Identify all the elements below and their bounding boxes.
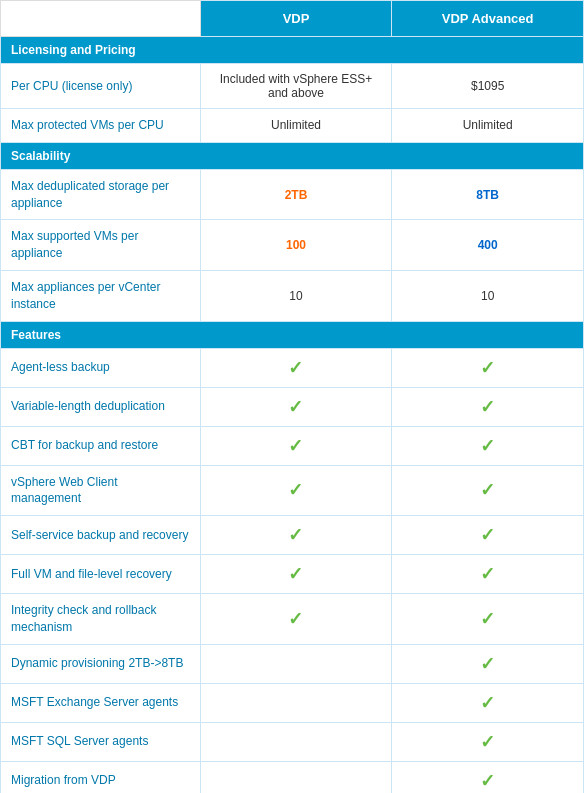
table-row: MSFT Exchange Server agents✓ <box>1 683 584 722</box>
feature-label: Integrity check and rollback mechanism <box>1 594 201 645</box>
feature-label: Max deduplicated storage per appliance <box>1 169 201 220</box>
vdp-cell: Unlimited <box>200 109 392 143</box>
feature-label: MSFT Exchange Server agents <box>1 683 201 722</box>
table-row: Per CPU (license only)Included with vSph… <box>1 64 584 109</box>
table-row: Max supported VMs per appliance100400 <box>1 220 584 271</box>
vdp-cell: ✓ <box>200 348 392 387</box>
checkmark-icon: ✓ <box>480 358 495 378</box>
table-row: Agent-less backup✓✓ <box>1 348 584 387</box>
vdp-cell: ✓ <box>200 594 392 645</box>
vdp-cell <box>200 644 392 683</box>
table-row: vSphere Web Client management✓✓ <box>1 465 584 516</box>
checkmark-icon: ✓ <box>288 564 303 584</box>
checkmark-icon: ✓ <box>288 436 303 456</box>
section-header-0: Licensing and Pricing <box>1 37 584 64</box>
feature-label: vSphere Web Client management <box>1 465 201 516</box>
value-text: 100 <box>286 238 306 252</box>
feature-label: Variable-length deduplication <box>1 387 201 426</box>
table-row: Integrity check and rollback mechanism✓✓ <box>1 594 584 645</box>
feature-label: Max appliances per vCenter instance <box>1 270 201 321</box>
feature-label: Dynamic provisioning 2TB->8TB <box>1 644 201 683</box>
vdp-adv-cell: 8TB <box>392 169 584 220</box>
vdp-adv-cell: ✓ <box>392 555 584 594</box>
feature-label: Full VM and file-level recovery <box>1 555 201 594</box>
checkmark-icon: ✓ <box>480 693 495 713</box>
table-row: Variable-length deduplication✓✓ <box>1 387 584 426</box>
feature-label: Self-service backup and recovery <box>1 516 201 555</box>
checkmark-icon: ✓ <box>480 609 495 629</box>
table-row: Max appliances per vCenter instance1010 <box>1 270 584 321</box>
vdp-adv-cell: ✓ <box>392 722 584 761</box>
header-vdp: VDP <box>200 1 392 37</box>
checkmark-icon: ✓ <box>480 436 495 456</box>
vdp-adv-cell: ✓ <box>392 594 584 645</box>
vdp-adv-cell: ✓ <box>392 465 584 516</box>
vdp-adv-cell: $1095 <box>392 64 584 109</box>
value-text: 400 <box>478 238 498 252</box>
vdp-cell: 2TB <box>200 169 392 220</box>
vdp-adv-cell: ✓ <box>392 348 584 387</box>
value-text: 8TB <box>476 188 499 202</box>
section-title-1: Scalability <box>1 142 584 169</box>
feature-label: Per CPU (license only) <box>1 64 201 109</box>
checkmark-icon: ✓ <box>480 771 495 791</box>
vdp-adv-cell: 400 <box>392 220 584 271</box>
vdp-adv-cell: 10 <box>392 270 584 321</box>
checkmark-icon: ✓ <box>480 397 495 417</box>
header-feature-col <box>1 1 201 37</box>
checkmark-icon: ✓ <box>288 525 303 545</box>
table-row: MSFT SQL Server agents✓ <box>1 722 584 761</box>
vdp-adv-cell: ✓ <box>392 426 584 465</box>
checkmark-icon: ✓ <box>480 732 495 752</box>
feature-label: Agent-less backup <box>1 348 201 387</box>
section-title-0: Licensing and Pricing <box>1 37 584 64</box>
table-row: Max protected VMs per CPUUnlimitedUnlimi… <box>1 109 584 143</box>
vdp-adv-cell: ✓ <box>392 644 584 683</box>
vdp-cell: Included with vSphere ESS+ and above <box>200 64 392 109</box>
vdp-adv-cell: ✓ <box>392 761 584 793</box>
feature-label: Max protected VMs per CPU <box>1 109 201 143</box>
table-row: Migration from VDP✓ <box>1 761 584 793</box>
vdp-cell <box>200 683 392 722</box>
value-text: 2TB <box>285 188 308 202</box>
checkmark-icon: ✓ <box>480 654 495 674</box>
section-title-2: Features <box>1 321 584 348</box>
vdp-cell: ✓ <box>200 555 392 594</box>
checkmark-icon: ✓ <box>288 397 303 417</box>
header-vdp-adv: VDP Advanced <box>392 1 584 37</box>
checkmark-icon: ✓ <box>288 480 303 500</box>
feature-label: MSFT SQL Server agents <box>1 722 201 761</box>
vdp-adv-cell: ✓ <box>392 387 584 426</box>
table-row: Full VM and file-level recovery✓✓ <box>1 555 584 594</box>
vdp-adv-cell: ✓ <box>392 683 584 722</box>
feature-label: Max supported VMs per appliance <box>1 220 201 271</box>
table-row: CBT for backup and restore✓✓ <box>1 426 584 465</box>
checkmark-icon: ✓ <box>288 358 303 378</box>
vdp-cell: ✓ <box>200 387 392 426</box>
feature-label: CBT for backup and restore <box>1 426 201 465</box>
table-row: Self-service backup and recovery✓✓ <box>1 516 584 555</box>
checkmark-icon: ✓ <box>480 480 495 500</box>
vdp-cell: 100 <box>200 220 392 271</box>
checkmark-icon: ✓ <box>480 564 495 584</box>
table-row: Dynamic provisioning 2TB->8TB✓ <box>1 644 584 683</box>
vdp-cell: ✓ <box>200 516 392 555</box>
vdp-cell <box>200 761 392 793</box>
checkmark-icon: ✓ <box>288 609 303 629</box>
vdp-cell: ✓ <box>200 426 392 465</box>
vdp-cell <box>200 722 392 761</box>
vdp-adv-cell: ✓ <box>392 516 584 555</box>
vdp-adv-cell: Unlimited <box>392 109 584 143</box>
section-header-2: Features <box>1 321 584 348</box>
vdp-cell: ✓ <box>200 465 392 516</box>
table-row: Max deduplicated storage per appliance2T… <box>1 169 584 220</box>
vdp-cell: 10 <box>200 270 392 321</box>
feature-label: Migration from VDP <box>1 761 201 793</box>
checkmark-icon: ✓ <box>480 525 495 545</box>
section-header-1: Scalability <box>1 142 584 169</box>
comparison-table: VDP VDP Advanced Licensing and PricingPe… <box>0 0 584 793</box>
